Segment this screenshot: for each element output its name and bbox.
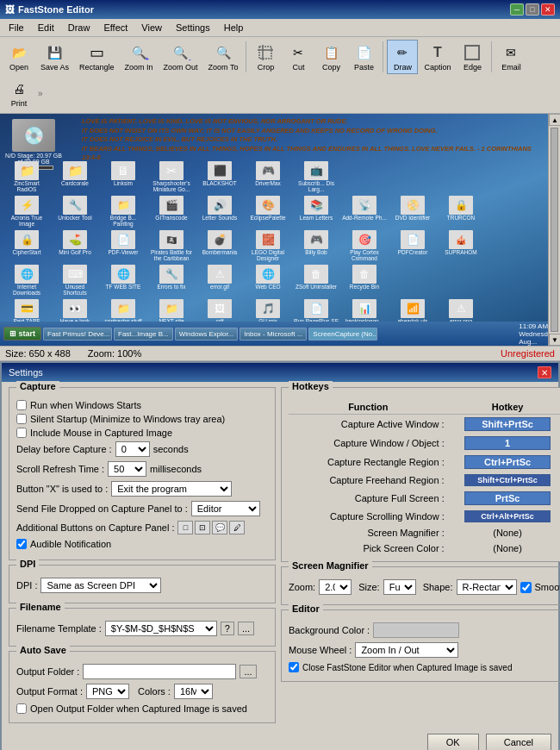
output-format-select[interactable]: PNG	[86, 684, 129, 699]
taskbar-item[interactable]: Fast Primus! Deve...	[43, 328, 112, 341]
desktop-icon[interactable]: ⛳Mini Golf Pro	[52, 230, 98, 261]
audible-check[interactable]: Audible Notification	[16, 539, 268, 549]
menu-draw[interactable]: Draw	[63, 21, 96, 34]
filename-help-button[interactable]: ?	[221, 622, 234, 635]
desktop-icon[interactable]: 📁Bridge B...Painting	[100, 196, 146, 227]
desktop-icon[interactable]: 🔒CipherStart	[3, 230, 50, 261]
desktop-icon[interactable]: 🗑ZSoft Uninstaller	[293, 265, 339, 296]
desktop-icon[interactable]: 🔊Letter Sounds	[196, 196, 243, 227]
desktop-icon[interactable]: 🎪SUPRAHOM	[438, 230, 484, 261]
desktop-icon[interactable]: 🔧Errors to fix	[148, 265, 195, 296]
hotkey-val-1[interactable]: 1	[464, 436, 551, 450]
desktop-icon[interactable]: 🖥Linksim	[100, 161, 146, 192]
desktop-icon[interactable]: 🔒TRURCON	[438, 196, 484, 227]
dialog-close-button[interactable]: ✕	[538, 366, 551, 378]
filename-browse-button[interactable]: ...	[238, 622, 254, 635]
scroll-thumb[interactable]	[551, 128, 558, 332]
run-windows-check[interactable]: Run when Windows Starts	[16, 400, 268, 410]
silent-startup-check[interactable]: Silent Startup (Minimize to Windows tray…	[16, 414, 268, 424]
delay-select[interactable]: 0	[115, 441, 150, 457]
desktop-icon[interactable]: 🎮DriverMax	[245, 161, 291, 192]
scrollbar[interactable]: ▲ ▼	[548, 114, 560, 346]
taskbar-item[interactable]: Inbox - Microsoft ...	[240, 328, 307, 341]
desktop-icon[interactable]: 📺Subscrib... DisLarg...	[293, 161, 339, 192]
dpi-select[interactable]: Same as Screen DPI	[40, 578, 161, 593]
close-editor-checkbox[interactable]	[289, 662, 299, 672]
taskbar-item[interactable]: Fast...Image B...	[114, 328, 173, 341]
ok-button[interactable]: OK	[427, 734, 479, 750]
desktop-icon[interactable]: 📚Learn Letters	[293, 196, 339, 227]
taskbar-item[interactable]: Windows Explor...	[175, 328, 239, 341]
toolbar-extend[interactable]: »	[38, 89, 43, 98]
start-button[interactable]: ⊞ start	[3, 327, 41, 341]
run-windows-checkbox[interactable]	[16, 400, 27, 410]
hotkey-val-4[interactable]: PrtSc	[464, 491, 551, 505]
mouse-wheel-select[interactable]: Zoom In / Out	[355, 642, 458, 658]
desktop-icon[interactable]: 🎯Play CortexCommand	[341, 230, 388, 261]
shape-select[interactable]: R-Rectangle	[457, 579, 517, 595]
include-mouse-checkbox[interactable]	[16, 428, 27, 438]
desktop-icon[interactable]: 🧱LEGO DigitalDesigner	[245, 230, 291, 261]
print-button[interactable]: 🖨 Print	[3, 76, 34, 110]
desktop-icon[interactable]: 🎮Billy Bob	[293, 230, 339, 261]
desktop-icon[interactable]: ⬛BLACKSHOT	[196, 161, 243, 192]
send-file-select[interactable]: Editor	[191, 501, 260, 516]
background-color-box[interactable]	[373, 622, 459, 638]
output-folder-browse-button[interactable]: ...	[240, 665, 256, 678]
button-x-select[interactable]: Exit the program	[111, 481, 232, 497]
crop-button[interactable]: Crop	[250, 40, 281, 74]
cap-icon-1[interactable]: □	[177, 521, 193, 534]
output-folder-input[interactable]	[83, 664, 236, 679]
menu-edit[interactable]: Edit	[33, 21, 59, 34]
scroll-select[interactable]: 50	[108, 461, 146, 477]
desktop-icon[interactable]: 📁ZincSmartRadiOS	[3, 161, 50, 192]
desktop-icon[interactable]: 🎨EclipsePalette	[245, 196, 291, 227]
hotkey-val-0[interactable]: Shift+PrtSc	[464, 417, 551, 431]
maximize-button[interactable]: □	[526, 3, 539, 16]
saveas-button[interactable]: 💾 Save As	[36, 40, 73, 74]
paste-button[interactable]: 📄 Paste	[348, 40, 379, 74]
filename-template-select[interactable]: $Y-$M-$D_$H$N$S	[105, 621, 217, 636]
desktop-icon[interactable]: 🌐Web CEO	[245, 265, 291, 296]
desktop-icon[interactable]: ⌨UnusedShortcuts	[52, 265, 98, 296]
caption-button[interactable]: T Caption	[420, 40, 455, 74]
size-select[interactable]: Full	[383, 579, 416, 595]
scroll-down-button[interactable]: ▼	[549, 334, 560, 346]
email-button[interactable]: ✉ Email	[495, 40, 526, 74]
desktop-icon[interactable]: 💣Bombermania	[196, 230, 243, 261]
cap-icon-2[interactable]: ⊡	[195, 521, 210, 534]
hotkey-val-2[interactable]: Ctrl+PrtSc	[464, 455, 551, 469]
desktop-icon[interactable]: 🔧Unlocker Tool	[52, 196, 98, 227]
close-button[interactable]: ✕	[541, 3, 555, 16]
desktop-icon[interactable]: 📡Add-Remote Ph...	[341, 196, 388, 227]
desktop-icon[interactable]: 🎬GITranscode	[148, 196, 195, 227]
open-output-checkbox[interactable]	[16, 703, 27, 714]
zoom-select[interactable]: 2.0	[319, 579, 352, 595]
hotkey-val-5[interactable]: Ctrl+Alt+PrtSc	[464, 510, 551, 522]
zoomin-button[interactable]: 🔍+ Zoom In	[121, 40, 158, 74]
desktop-icon[interactable]: ✂Sharpshooter'sMiniature Go...	[148, 161, 195, 192]
zoomout-button[interactable]: 🔍- Zoom Out	[159, 40, 202, 74]
audible-checkbox[interactable]	[16, 539, 27, 549]
desktop-icon[interactable]: 📁Cardcorale	[52, 161, 98, 192]
desktop-icon[interactable]: ⚡Acronis TrueImage	[3, 196, 50, 227]
silent-startup-checkbox[interactable]	[16, 414, 27, 424]
open-button[interactable]: 📂 Open	[3, 40, 34, 74]
desktop-icon[interactable]: 📄PDFCreator	[389, 230, 436, 261]
menu-settings[interactable]: Settings	[171, 21, 215, 34]
rectangle-button[interactable]: ▭ Rectangle	[75, 40, 119, 74]
desktop-icon[interactable]: 🌐TF WEB SITE	[100, 265, 146, 296]
menu-file[interactable]: File	[3, 21, 29, 34]
taskbar-item[interactable]: ScreenCapture (No...	[308, 328, 377, 341]
scroll-up-button[interactable]: ▲	[549, 114, 560, 126]
desktop-icon[interactable]: 📀DVD Identifier	[389, 196, 436, 227]
menu-help[interactable]: Help	[219, 21, 249, 34]
cap-icon-3[interactable]: 💬	[212, 521, 227, 534]
desktop-icon[interactable]: ⚠error.gif	[196, 265, 243, 296]
edge-button[interactable]: Edge	[457, 40, 488, 74]
open-output-check[interactable]: Open Output Folder when Captured Image i…	[16, 703, 268, 714]
hotkey-val-3[interactable]: Shift+Ctrl+PrtSc	[464, 474, 551, 486]
copy-button[interactable]: 📋 Copy	[315, 40, 346, 74]
cap-icon-4[interactable]: 🖊	[229, 521, 245, 534]
zoomto-button[interactable]: 🔍 Zoom To	[204, 40, 243, 74]
